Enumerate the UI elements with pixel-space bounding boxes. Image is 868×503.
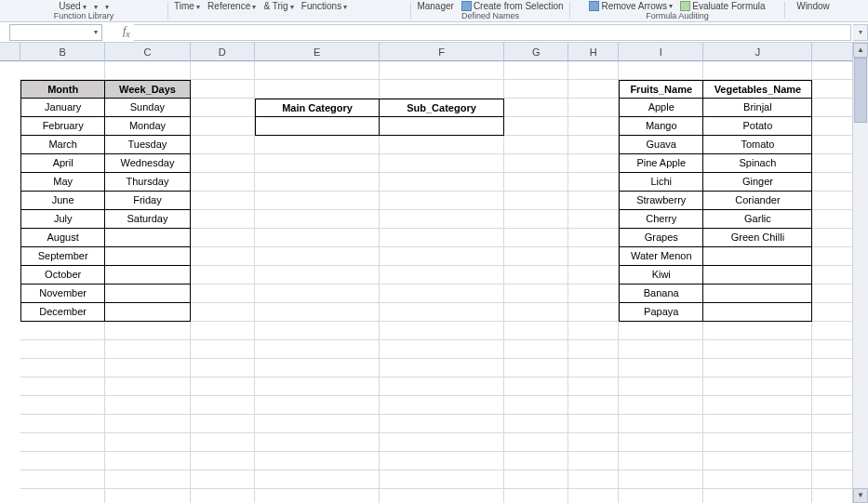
cell[interactable]	[191, 396, 255, 415]
cell[interactable]	[380, 322, 504, 340]
cell[interactable]	[20, 377, 105, 396]
cell-grid[interactable]: MonthWeek_DaysFruits_NameVegetables_Name…	[20, 61, 868, 503]
cell[interactable]	[504, 340, 568, 359]
cell[interactable]	[619, 377, 703, 396]
cell[interactable]: May	[20, 173, 105, 192]
cell[interactable]	[380, 377, 504, 396]
cell[interactable]	[703, 396, 812, 415]
column-header-H[interactable]: H	[568, 43, 619, 61]
recently-used-dropdown[interactable]: Used	[59, 1, 87, 11]
scroll-thumb[interactable]	[854, 58, 867, 123]
cell[interactable]: Saturday	[105, 210, 190, 229]
cell[interactable]	[568, 322, 619, 340]
cell[interactable]	[380, 340, 504, 359]
cell[interactable]	[255, 247, 380, 266]
cell[interactable]	[255, 229, 380, 247]
cell[interactable]	[191, 303, 255, 322]
cell[interactable]: Monday	[105, 117, 190, 136]
column-header-D[interactable]: D	[191, 43, 255, 61]
cell[interactable]	[380, 210, 504, 229]
cell[interactable]	[568, 80, 619, 99]
fx-icon[interactable]: fx	[123, 24, 130, 39]
cell[interactable]	[568, 359, 619, 377]
cell[interactable]: January	[20, 99, 105, 117]
cell[interactable]: Water Menon	[619, 247, 703, 266]
cell[interactable]	[255, 80, 380, 99]
cell[interactable]	[105, 489, 190, 503]
cell[interactable]	[703, 489, 812, 503]
cell[interactable]	[380, 247, 504, 266]
cell[interactable]	[191, 117, 255, 136]
cell[interactable]	[20, 433, 105, 452]
cell[interactable]	[568, 470, 619, 489]
cell[interactable]	[255, 359, 380, 377]
cell[interactable]	[504, 415, 568, 433]
cell[interactable]	[504, 173, 568, 192]
cell[interactable]	[255, 61, 380, 80]
cell[interactable]: July	[20, 210, 105, 229]
cell[interactable]	[105, 340, 190, 359]
cell[interactable]: Month	[20, 80, 105, 99]
cell[interactable]	[191, 247, 255, 266]
cell[interactable]	[191, 210, 255, 229]
cell[interactable]: Sub_Category	[380, 99, 504, 117]
cell[interactable]: December	[20, 303, 105, 322]
cell[interactable]	[504, 452, 568, 470]
cell[interactable]	[568, 210, 619, 229]
cell[interactable]	[380, 117, 504, 136]
cell[interactable]: Papaya	[619, 303, 703, 322]
cell[interactable]	[105, 229, 190, 247]
math-trig-dropdown[interactable]: & Trig	[263, 1, 293, 11]
cell[interactable]	[255, 210, 380, 229]
cell[interactable]: Week_Days	[105, 80, 190, 99]
cell[interactable]	[619, 322, 703, 340]
cell[interactable]	[703, 359, 812, 377]
cell[interactable]	[255, 266, 380, 285]
cell[interactable]	[703, 340, 812, 359]
name-manager-button[interactable]: Manager	[417, 1, 453, 11]
cell[interactable]	[191, 192, 255, 210]
cell[interactable]	[568, 154, 619, 173]
cell[interactable]	[191, 266, 255, 285]
lookup-reference-dropdown[interactable]: Reference	[207, 1, 256, 11]
cell[interactable]	[191, 99, 255, 117]
cell[interactable]: Tomato	[703, 136, 812, 154]
cell[interactable]	[191, 452, 255, 470]
cell[interactable]: Spinach	[703, 154, 812, 173]
cell[interactable]	[380, 154, 504, 173]
cell[interactable]: Mango	[619, 117, 703, 136]
cell[interactable]	[105, 433, 190, 452]
cell[interactable]: Strawberry	[619, 192, 703, 210]
cell[interactable]	[619, 415, 703, 433]
name-box[interactable]	[9, 24, 102, 41]
evaluate-formula-button[interactable]: Evaluate Formula	[680, 0, 765, 11]
cell[interactable]	[703, 322, 812, 340]
cell[interactable]	[703, 285, 812, 303]
cell[interactable]	[105, 470, 190, 489]
remove-arrows-dropdown[interactable]: Remove Arrows	[589, 0, 673, 11]
cell[interactable]	[20, 415, 105, 433]
cell[interactable]	[568, 415, 619, 433]
cell[interactable]	[703, 377, 812, 396]
cell[interactable]	[504, 99, 568, 117]
cell[interactable]: Fruits_Name	[619, 80, 703, 99]
cell[interactable]	[105, 322, 190, 340]
create-from-selection-button[interactable]: Create from Selection	[461, 0, 564, 11]
cell[interactable]	[255, 452, 380, 470]
cell[interactable]	[568, 377, 619, 396]
select-all-cells[interactable]	[0, 43, 20, 61]
cell[interactable]: Green Chilli	[703, 229, 812, 247]
cell[interactable]	[568, 117, 619, 136]
cell[interactable]	[20, 340, 105, 359]
cell[interactable]	[568, 433, 619, 452]
cell[interactable]: Garlic	[703, 210, 812, 229]
column-header-G[interactable]: G	[504, 43, 568, 61]
watch-window-button[interactable]: Window	[796, 1, 830, 11]
cell[interactable]	[255, 192, 380, 210]
cell[interactable]	[105, 266, 190, 285]
cell[interactable]	[703, 303, 812, 322]
cell[interactable]	[191, 470, 255, 489]
cell[interactable]	[703, 452, 812, 470]
cell[interactable]	[504, 80, 568, 99]
cell[interactable]	[703, 433, 812, 452]
